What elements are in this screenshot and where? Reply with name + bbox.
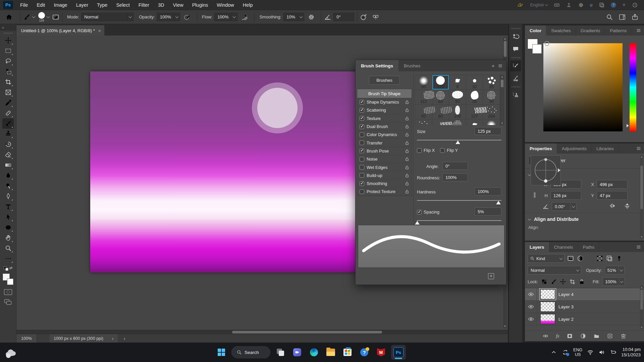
history-clock-icon[interactable] — [632, 2, 638, 8]
properties-scrollbar[interactable]: ▲ ▼ — [640, 155, 643, 239]
tool-stamp[interactable] — [2, 129, 14, 139]
chevron-down-icon[interactable] — [231, 13, 237, 21]
keyboard-icon[interactable] — [554, 2, 560, 8]
comments-panel-icon[interactable] — [510, 44, 521, 55]
status-expand-icon[interactable]: › — [112, 336, 114, 341]
language-selector[interactable]: English — [530, 3, 548, 7]
lock-open-icon[interactable] — [405, 165, 409, 170]
filter-adjustment-layers-icon[interactable] — [577, 255, 584, 262]
scroll-up-icon[interactable]: ▲ — [500, 75, 504, 78]
background-chip[interactable] — [532, 44, 542, 54]
angle-roundness-dial[interactable] — [531, 155, 561, 185]
checkbox[interactable] — [360, 189, 364, 194]
scrollbar-thumb[interactable] — [501, 80, 503, 87]
smoothing-field[interactable]: 10% — [283, 13, 304, 21]
checkbox[interactable] — [360, 148, 364, 153]
spacing-checkbox[interactable] — [417, 210, 422, 215]
brush-preset-25[interactable]: 25 — [466, 90, 483, 105]
checkbox[interactable] — [360, 132, 364, 137]
tool-blur[interactable] — [2, 170, 14, 181]
tab-brushes[interactable]: Brushes — [398, 60, 426, 71]
clone-source-panel-icon[interactable] — [510, 89, 521, 101]
weather-cloud-icon[interactable] — [4, 347, 17, 360]
layer-layer-4[interactable]: Layer 4 — [525, 288, 644, 301]
tool-move[interactable] — [2, 35, 14, 46]
tool-objsel[interactable] — [2, 66, 14, 77]
brush-preset-object-object[interactable] — [466, 119, 483, 125]
menu-item[interactable]: View — [169, 0, 188, 10]
brush-preset-284[interactable]: 284 — [483, 105, 500, 119]
align-section-header[interactable]: Align and Distribute — [525, 214, 644, 225]
quick-mask-icon[interactable] — [4, 289, 12, 295]
layer-fill-field[interactable]: 100% — [602, 277, 625, 286]
person-icon[interactable] — [566, 2, 572, 8]
flow-field[interactable]: 100% — [214, 13, 237, 21]
tab-channels[interactable]: Channels — [549, 242, 578, 252]
checkbox[interactable] — [360, 157, 364, 162]
chevron-down-icon[interactable] — [619, 266, 624, 274]
layer-blend-mode-select[interactable]: Normal — [528, 266, 581, 275]
onedrive-sync-icon[interactable] — [562, 349, 569, 356]
tab-paths[interactable]: Paths — [578, 242, 600, 252]
brush-preset-30[interactable]: 30 — [483, 90, 500, 105]
brush-preset-10[interactable]: 10 — [466, 75, 483, 90]
grip-handle[interactable] — [512, 57, 520, 58]
layer-thumbnail[interactable] — [540, 314, 555, 324]
toggle-brush-settings-icon[interactable] — [52, 13, 59, 21]
photoshop-taskbar-button[interactable]: Ps — [391, 345, 406, 360]
scroll-down-icon[interactable]: ▼ — [640, 326, 643, 328]
layer-visibility-toggle[interactable] — [525, 301, 537, 313]
tool-marquee[interactable] — [2, 46, 14, 56]
hue-slider[interactable] — [630, 43, 636, 131]
background-color[interactable] — [7, 279, 13, 285]
chevron-down-icon[interactable] — [127, 13, 133, 21]
brush-option-brush-pose[interactable]: Brush Pose — [357, 147, 412, 155]
menu-item[interactable]: Help — [238, 0, 257, 10]
panel-menu-icon[interactable] — [636, 143, 644, 154]
horizontal-scrollbar[interactable] — [16, 330, 508, 334]
menu-item[interactable]: Edit — [32, 0, 49, 10]
foreground-background-swatches[interactable] — [2, 274, 14, 285]
tab-properties[interactable]: Properties — [525, 143, 557, 154]
delete-layer-icon[interactable] — [620, 333, 627, 339]
flip-x-checkbox[interactable] — [417, 148, 422, 153]
brush-option-protect-texture[interactable]: Protect Texture — [357, 187, 412, 195]
lock-open-icon[interactable] — [405, 173, 409, 178]
brush-option-wet-edges[interactable]: Wet Edges — [357, 163, 412, 171]
close-icon[interactable]: × — [98, 28, 101, 34]
brush-option-scattering[interactable]: Scattering — [357, 106, 412, 114]
checkbox[interactable] — [360, 100, 364, 105]
ie-icon[interactable]: e — [590, 2, 593, 8]
volume-icon[interactable] — [598, 349, 605, 356]
tool-frame[interactable] — [2, 87, 14, 98]
clock[interactable]: 10:04 pm 15/1/2023 — [621, 347, 641, 358]
document-info[interactable]: 1000 px x 600 px (300 ppi) › — [50, 334, 118, 343]
windows-stack-icon[interactable] — [599, 2, 605, 8]
scroll-up-icon[interactable]: ▲ — [503, 37, 507, 41]
file-explorer-button[interactable] — [324, 346, 337, 359]
document-tab[interactable]: Untitled-1 @ 100% (Layer 4, RGB/8) * × — [16, 25, 104, 36]
task-view-button[interactable] — [274, 346, 287, 359]
brush-preset-object-object[interactable] — [432, 119, 449, 125]
opacity-field[interactable]: 100% — [157, 13, 180, 21]
status-back-icon[interactable]: ‹ — [124, 336, 125, 341]
tab-adjustments[interactable]: Adjustments — [557, 143, 592, 154]
checkbox[interactable] — [360, 173, 364, 178]
brush-angle-field[interactable]: 0° — [333, 13, 354, 21]
layer-name[interactable]: Layer 2 — [558, 317, 574, 322]
tool-hand[interactable] — [2, 233, 14, 243]
brush-preset-127[interactable]: 127 — [466, 105, 483, 119]
rotate-angle-field[interactable]: 0.00° — [552, 202, 577, 211]
lock-artboard-icon[interactable] — [569, 279, 576, 285]
tools-collapse-button[interactable]: » — [0, 24, 16, 31]
tool-brush[interactable] — [2, 118, 14, 129]
brush-preset-100[interactable]: 100 — [449, 105, 466, 119]
brush-preset-123[interactable]: 123 — [432, 75, 449, 90]
hardness-slider-thumb[interactable] — [496, 201, 501, 204]
lock-position-icon[interactable] — [560, 279, 566, 285]
spacing-field[interactable]: 5% — [475, 207, 501, 216]
tab-patterns[interactable]: Patterns — [605, 25, 632, 36]
tool-history[interactable] — [2, 139, 14, 149]
brush-preset-object-object[interactable] — [415, 119, 432, 125]
new-brush-icon[interactable]: + — [488, 273, 494, 279]
